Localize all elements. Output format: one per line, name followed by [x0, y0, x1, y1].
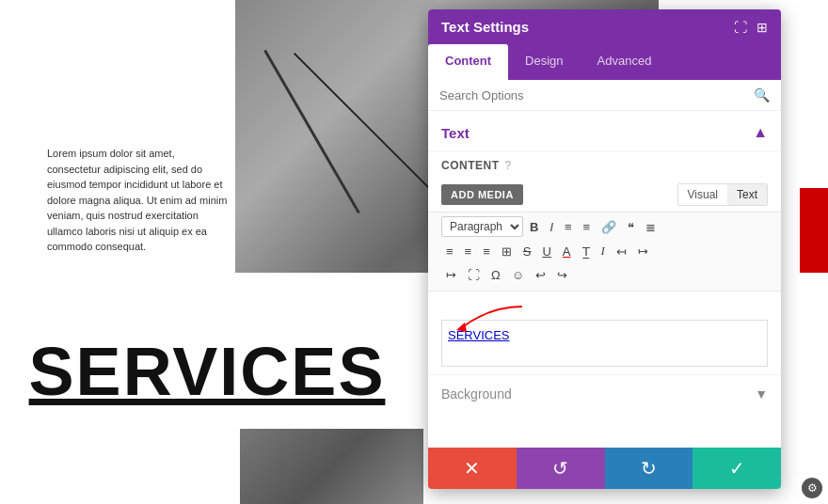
undo-button[interactable]: ↩ [531, 265, 550, 285]
redo-history-button[interactable]: ↻ [605, 448, 693, 489]
panel-header-icons: ⛶ ⊞ [734, 20, 768, 35]
text-section-toggle[interactable]: ▲ [753, 124, 768, 141]
undo-history-button[interactable]: ↺ [517, 448, 605, 489]
panel-header: Text Settings ⛶ ⊞ [428, 9, 781, 44]
bg-image-bottom [240, 429, 423, 504]
table-button[interactable]: ⊞ [497, 242, 517, 261]
align-center-button[interactable]: ≡ [460, 242, 477, 261]
gear-corner-button[interactable]: ⚙ [802, 478, 822, 498]
ordered-list-button[interactable]: ≡ [579, 217, 596, 237]
align-left-button[interactable]: ≡ [441, 242, 458, 261]
content-label: Content [441, 159, 500, 172]
panel-footer: ✕ ↺ ↻ ✓ [428, 448, 781, 489]
search-icon: 🔍 [754, 87, 770, 102]
tab-content[interactable]: Content [428, 44, 508, 80]
strikethrough-button[interactable]: S [518, 242, 536, 261]
search-bar: 🔍 [428, 80, 781, 111]
italic2-button[interactable]: I [597, 241, 610, 261]
text-color-button[interactable]: A [558, 242, 576, 261]
bg-lorem-text: Lorem ipsum dolor sit amet, consectetur … [47, 146, 231, 255]
background-section-toggle[interactable]: ▼ [755, 386, 768, 402]
cancel-button[interactable]: ✕ [428, 448, 517, 489]
text-section-title: Text [441, 125, 470, 141]
panel-title: Text Settings [441, 19, 529, 35]
tab-advanced[interactable]: Advanced [581, 44, 669, 80]
align-right-button[interactable]: ≡ [478, 242, 495, 261]
indent-button[interactable]: ↦ [633, 242, 653, 261]
link-button[interactable]: 🔗 [597, 217, 621, 237]
content-help: ? [505, 159, 512, 172]
visual-text-toggle: Visual Text [677, 183, 768, 206]
grid-icon[interactable]: ⊞ [756, 20, 768, 35]
editor-topbar: ADD MEDIA Visual Text [428, 180, 781, 212]
bg-red-block [800, 188, 828, 273]
indent3-button[interactable]: ↦ [441, 265, 461, 285]
paragraph-select[interactable]: Paragraph Heading 1 Heading 2 [441, 216, 523, 237]
outdent-button[interactable]: ↤ [612, 242, 631, 261]
expand-icon[interactable]: ⛶ [734, 20, 747, 35]
bold-button[interactable]: B [525, 217, 543, 237]
panel-tabs: Content Design Advanced [428, 44, 781, 80]
add-media-button[interactable]: ADD MEDIA [441, 184, 523, 205]
settings-panel: Text Settings ⛶ ⊞ Content Design Advance… [428, 9, 781, 489]
toolbar-row-2: ≡ ≡ ≡ ⊞ S U A T̲ I ↤ ↦ [441, 239, 768, 263]
panel-body: Text ▲ Content ? ADD MEDIA Visual Text P… [428, 111, 781, 448]
quote-button[interactable]: ❝ [623, 217, 639, 237]
toolbar-row-1: Paragraph Heading 1 Heading 2 B I ≡ ≡ 🔗 … [441, 214, 768, 239]
underline-button[interactable]: U [537, 242, 555, 261]
special-char-button[interactable]: Ω [486, 265, 505, 285]
paste-text-button[interactable]: T̲ [578, 242, 595, 261]
toolbar-row-3: ↦ ⛶ Ω ☺ ↩ ↪ [441, 263, 768, 287]
background-section-header: Background ▼ [428, 374, 781, 413]
unordered-list-button[interactable]: ≡ [560, 217, 577, 237]
text-button[interactable]: Text [727, 184, 767, 205]
background-section-title: Background [441, 386, 512, 402]
visual-button[interactable]: Visual [678, 184, 727, 205]
editor-content-area[interactable]: SERVICES [441, 320, 768, 367]
italic-button[interactable]: I [545, 217, 558, 237]
content-label-row: Content ? [428, 151, 781, 180]
redo-button[interactable]: ↪ [552, 265, 572, 285]
services-link[interactable]: SERVICES [448, 328, 510, 342]
search-input[interactable] [439, 88, 754, 102]
align-button[interactable]: ≣ [641, 217, 661, 237]
tab-design[interactable]: Design [508, 44, 580, 80]
text-section-header: Text ▲ [428, 111, 781, 151]
emoji-button[interactable]: ☺ [507, 265, 529, 285]
fullscreen-button[interactable]: ⛶ [463, 265, 485, 285]
editor-toolbar: Paragraph Heading 1 Heading 2 B I ≡ ≡ 🔗 … [428, 212, 781, 291]
services-heading: SERVICES [0, 333, 414, 410]
confirm-button[interactable]: ✓ [693, 448, 781, 489]
